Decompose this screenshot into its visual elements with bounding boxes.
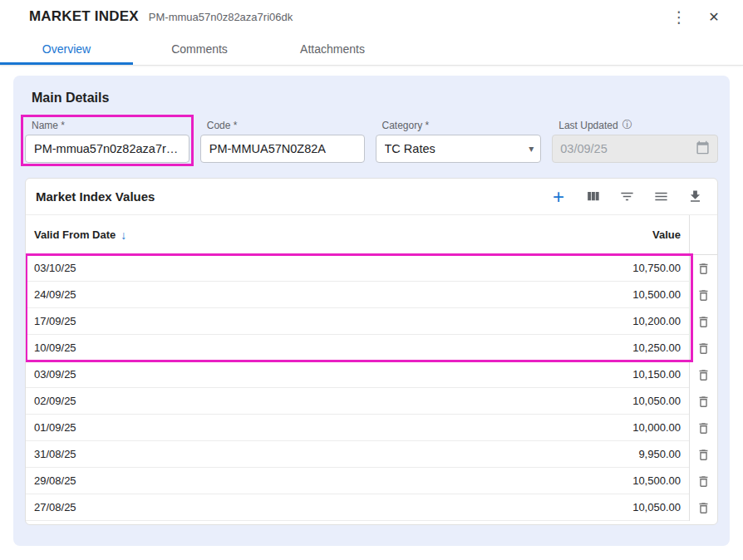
value-cell[interactable]: 10,050.00	[275, 388, 689, 415]
row-action-cell	[689, 388, 717, 415]
market-index-values-card: Market Index Values +	[25, 178, 718, 525]
row-action-cell	[689, 415, 717, 441]
value-cell[interactable]: 10,500.00	[275, 282, 689, 308]
delete-row-icon[interactable]	[695, 340, 712, 357]
tab-bar: Overview Comments Attachments	[0, 33, 743, 66]
column-header-value[interactable]: Value	[275, 215, 689, 254]
page-title: MARKET INDEX	[29, 8, 139, 25]
delete-row-icon[interactable]	[695, 287, 712, 304]
delete-row-icon[interactable]	[695, 366, 712, 384]
last-updated-value: 03/09/25	[552, 135, 718, 163]
kebab-menu-icon[interactable]: ⋮	[668, 6, 690, 27]
last-updated-date: 03/09/25	[560, 142, 607, 155]
row-action-cell	[689, 441, 717, 468]
value-cell[interactable]: 9,950.00	[275, 441, 689, 468]
code-label: Code *	[207, 119, 365, 131]
name-label: Name *	[32, 119, 189, 131]
info-icon: ⓘ	[622, 118, 632, 132]
sort-desc-icon: ↓	[121, 228, 126, 242]
last-updated-field-group: Last Updated ⓘ 03/09/25	[552, 119, 718, 163]
valid-from-date-cell[interactable]: 02/09/25	[26, 388, 275, 415]
close-icon[interactable]: ✕	[703, 6, 725, 27]
valid-from-date-cell[interactable]: 03/10/25	[26, 255, 275, 282]
valid-from-date-cell[interactable]: 03/09/25	[26, 361, 275, 388]
overview-panel: Main Details Name * Code * Category * ▾ …	[13, 76, 730, 546]
market-index-dialog: MARKET INDEX PM-mmua57n0z82aza7ri06dk ⋮ …	[0, 0, 743, 560]
last-updated-label: Last Updated ⓘ	[558, 119, 718, 131]
table-row[interactable]: 03/09/25 10,150.00	[26, 361, 717, 388]
last-updated-label-text: Last Updated	[558, 120, 618, 131]
table-body: 03/10/25 10,750.00 24/09/25 10,500.00	[26, 255, 717, 521]
row-action-cell	[689, 308, 717, 335]
table-toolbar: +	[549, 188, 707, 206]
row-action-cell	[689, 282, 717, 308]
action-column-header	[689, 215, 717, 254]
valid-from-date-cell[interactable]: 10/09/25	[26, 335, 275, 361]
section-title: Main Details	[32, 91, 718, 106]
delete-row-icon[interactable]	[695, 499, 712, 517]
table-row[interactable]: 29/08/25 10,500.00	[26, 468, 717, 494]
valid-from-date-header-label: Valid From Date	[34, 228, 116, 241]
delete-row-icon[interactable]	[695, 446, 712, 464]
columns-icon[interactable]	[583, 188, 602, 206]
table-row[interactable]: 31/08/25 9,950.00	[26, 441, 717, 468]
category-field-group: Category * ▾	[376, 119, 542, 163]
name-field-group: Name *	[25, 119, 189, 163]
code-input[interactable]	[200, 135, 365, 163]
titlebar: MARKET INDEX PM-mmua57n0z82aza7ri06dk ⋮ …	[0, 0, 743, 33]
valid-from-date-cell[interactable]: 24/09/25	[26, 282, 275, 308]
download-icon[interactable]	[686, 188, 704, 206]
valid-from-date-cell[interactable]: 17/09/25	[26, 308, 275, 335]
row-action-cell	[689, 335, 717, 361]
add-row-icon[interactable]: +	[549, 188, 568, 206]
table-row[interactable]: 03/10/25 10,750.00	[26, 255, 717, 282]
value-cell[interactable]: 10,500.00	[275, 468, 689, 494]
value-header-label: Value	[652, 228, 681, 241]
delete-row-icon[interactable]	[695, 393, 712, 410]
table-row[interactable]: 24/09/25 10,500.00	[26, 282, 717, 308]
table-row[interactable]: 01/09/25 10,000.00	[26, 415, 717, 441]
row-action-cell	[689, 255, 717, 282]
tab-comments[interactable]: Comments	[133, 33, 266, 65]
category-select[interactable]	[376, 135, 542, 163]
table-row[interactable]: 10/09/25 10,250.00	[26, 335, 717, 361]
tab-overview[interactable]: Overview	[0, 33, 133, 65]
value-cell[interactable]: 10,250.00	[275, 335, 689, 361]
table-row[interactable]: 17/09/25 10,200.00	[26, 308, 717, 335]
valid-from-date-cell[interactable]: 01/09/25	[26, 415, 275, 441]
valid-from-date-cell[interactable]: 29/08/25	[26, 468, 275, 494]
delete-row-icon[interactable]	[695, 473, 712, 490]
value-cell[interactable]: 10,050.00	[275, 494, 689, 521]
record-id: PM-mmua57n0z82aza7ri06dk	[149, 11, 293, 23]
name-input[interactable]	[25, 135, 189, 163]
tab-attachments[interactable]: Attachments	[266, 33, 399, 65]
value-cell[interactable]: 10,000.00	[275, 415, 689, 441]
valid-from-date-cell[interactable]: 31/08/25	[26, 441, 275, 468]
delete-row-icon[interactable]	[695, 260, 712, 278]
category-label: Category *	[382, 119, 542, 131]
row-action-cell	[689, 468, 717, 494]
card-header: Market Index Values +	[26, 179, 717, 215]
density-icon[interactable]	[652, 188, 670, 206]
card-title: Market Index Values	[36, 189, 155, 204]
filter-icon[interactable]	[618, 188, 636, 206]
table-row[interactable]: 02/09/25 10,050.00	[26, 388, 717, 415]
value-cell[interactable]: 10,150.00	[275, 361, 689, 388]
valid-from-date-cell[interactable]: 27/08/25	[26, 494, 275, 521]
row-action-cell	[689, 361, 717, 388]
table-row[interactable]: 27/08/25 10,050.00	[26, 494, 717, 521]
code-field-group: Code *	[200, 119, 365, 163]
value-cell[interactable]: 10,750.00	[275, 255, 689, 282]
main-details-fields: Name * Code * Category * ▾ Last Updated …	[25, 119, 718, 163]
calendar-icon	[696, 140, 710, 157]
delete-row-icon[interactable]	[695, 420, 712, 437]
table-header-row: Valid From Date ↓ Value	[26, 215, 717, 255]
value-cell[interactable]: 10,200.00	[275, 308, 689, 335]
delete-row-icon[interactable]	[695, 313, 712, 331]
column-header-valid-from-date[interactable]: Valid From Date ↓	[26, 215, 275, 254]
row-action-cell	[689, 494, 717, 521]
